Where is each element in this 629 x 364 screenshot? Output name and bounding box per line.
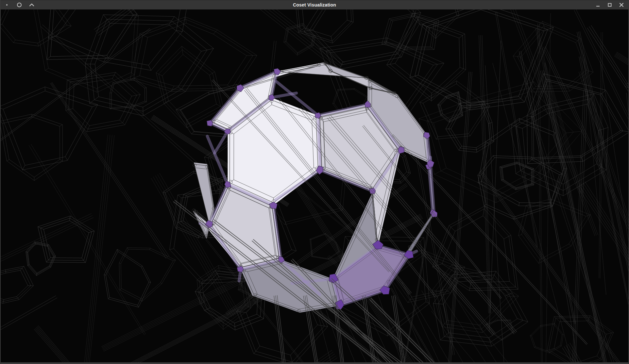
viewport-3d[interactable] xyxy=(1,9,628,362)
maximize-button[interactable] xyxy=(606,1,613,8)
minimize-button[interactable] xyxy=(594,1,602,8)
titlebar[interactable]: Coset Visualization xyxy=(1,0,628,9)
expand-chevron-icon[interactable] xyxy=(28,1,35,8)
record-circle-icon[interactable] xyxy=(16,1,23,8)
window-title: Coset Visualization xyxy=(1,2,628,8)
close-button[interactable] xyxy=(618,1,625,8)
window-controls xyxy=(594,1,628,8)
scene-canvas[interactable] xyxy=(1,9,628,362)
app-dot-icon[interactable] xyxy=(3,1,10,8)
app-window: Coset Visualization xyxy=(0,0,629,364)
titlebar-left-icons xyxy=(1,1,35,8)
window-resize-edge[interactable] xyxy=(1,362,628,364)
